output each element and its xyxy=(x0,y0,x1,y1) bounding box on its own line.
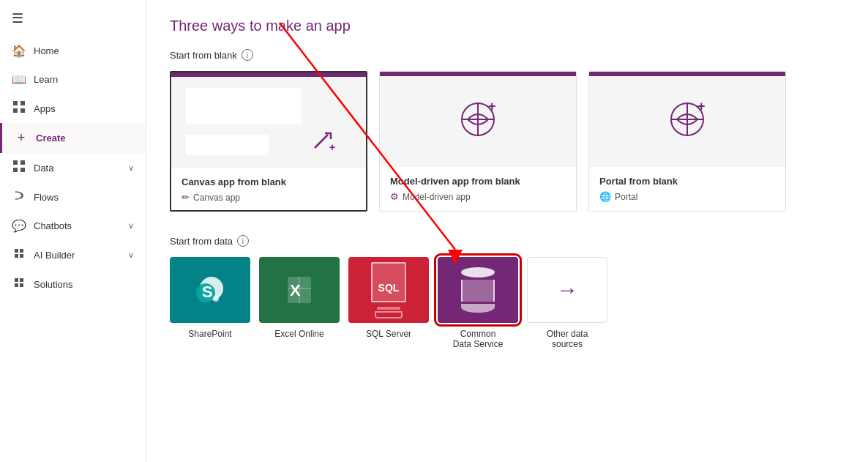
sidebar-item-flows[interactable]: Flows xyxy=(0,182,146,212)
ai-builder-icon xyxy=(12,247,26,262)
svg-rect-4 xyxy=(13,160,18,165)
section-blank-info[interactable]: i xyxy=(242,49,253,61)
data-icon xyxy=(12,160,26,175)
card-model-preview: + xyxy=(380,72,576,167)
svg-text:+: + xyxy=(697,99,706,113)
data-tile-cds[interactable]: CommonData Service xyxy=(438,257,518,349)
sidebar-item-home[interactable]: 🏠 Home xyxy=(0,37,146,65)
card-portal-preview: + xyxy=(589,72,785,167)
card-canvas-subtitle: ✏ Canvas app xyxy=(182,192,356,203)
data-tiles-row: S SharePoint X Excel On xyxy=(170,257,845,349)
solutions-icon xyxy=(12,277,26,291)
chatbots-icon: 💬 xyxy=(12,219,26,233)
card-canvas-preview: + xyxy=(171,72,366,168)
sidebar-item-chatbots[interactable]: 💬 Chatbots ∨ xyxy=(0,212,146,240)
section-data-label: Start from data xyxy=(170,236,233,247)
section-data-header: Start from data i xyxy=(170,235,845,247)
sidebar-label-solutions: Solutions xyxy=(34,279,134,290)
svg-rect-12 xyxy=(15,278,18,282)
excel-label: Excel Online xyxy=(274,329,323,339)
sidebar-label-flows: Flows xyxy=(34,192,134,203)
sidebar-item-create[interactable]: + Create xyxy=(0,123,146,153)
svg-text:+: + xyxy=(329,141,335,153)
flows-icon xyxy=(12,190,26,204)
sql-label: SQL Server xyxy=(366,329,411,339)
portal-subtitle-icon: 🌐 xyxy=(599,191,611,202)
sql-icon: SQL xyxy=(348,257,429,323)
card-model-subtitle: ⚙ Model-driven app xyxy=(390,191,566,202)
section-blank-header: Start from blank i xyxy=(170,49,845,61)
svg-rect-9 xyxy=(20,249,23,253)
sharepoint-label: SharePoint xyxy=(188,329,231,339)
svg-text:+: + xyxy=(488,99,496,113)
section-data-info[interactable]: i xyxy=(237,235,249,247)
chatbots-chevron-icon: ∨ xyxy=(128,221,134,231)
card-canvas-blank[interactable]: + Canvas app from blank ✏ Canvas app xyxy=(170,71,367,212)
svg-rect-11 xyxy=(20,254,23,258)
apps-icon xyxy=(12,101,26,116)
card-portal-title: Portal from blank xyxy=(599,176,775,187)
sharepoint-icon: S xyxy=(170,257,250,323)
main-content: Three ways to make an app Start from bla… xyxy=(146,0,868,462)
section-blank-label: Start from blank xyxy=(170,50,237,61)
svg-rect-2 xyxy=(13,108,18,113)
sidebar-label-create: Create xyxy=(36,133,134,144)
svg-rect-10 xyxy=(15,254,18,258)
annotation-container: S SharePoint X Excel On xyxy=(170,257,845,349)
svg-text:S: S xyxy=(202,283,213,301)
svg-line-16 xyxy=(315,135,328,148)
card-model-driven[interactable]: + Model-driven app from blank ⚙ Model-dr… xyxy=(379,71,577,212)
cds-label: CommonData Service xyxy=(453,329,504,349)
card-model-body: Model-driven app from blank ⚙ Model-driv… xyxy=(380,167,576,209)
sidebar-item-solutions[interactable]: Solutions xyxy=(0,269,146,299)
data-chevron-icon: ∨ xyxy=(128,163,134,173)
svg-point-31 xyxy=(213,296,219,302)
cds-icon xyxy=(438,257,518,323)
svg-rect-15 xyxy=(20,283,23,287)
svg-rect-6 xyxy=(13,168,18,172)
sidebar-label-chatbots: Chatbots xyxy=(34,220,121,231)
page-title: Three ways to make an app xyxy=(170,18,845,34)
sidebar-label-apps: Apps xyxy=(34,103,134,114)
model-subtitle-icon: ⚙ xyxy=(390,191,399,202)
data-tile-sharepoint[interactable]: S SharePoint xyxy=(170,257,250,339)
svg-rect-5 xyxy=(20,160,25,165)
card-portal[interactable]: + Portal from blank 🌐 Portal xyxy=(588,71,786,212)
sidebar-item-ai-builder[interactable]: AI Builder ∨ xyxy=(0,240,146,269)
sidebar-item-learn[interactable]: 📖 Learn xyxy=(0,65,146,94)
excel-icon: X xyxy=(259,257,340,323)
sidebar: ☰ 🏠 Home 📖 Learn Apps + Create Data ∨ Fl… xyxy=(0,0,146,462)
svg-rect-13 xyxy=(20,278,23,282)
svg-rect-7 xyxy=(20,168,25,172)
home-icon: 🏠 xyxy=(12,44,26,58)
svg-rect-14 xyxy=(15,283,18,287)
card-portal-subtitle: 🌐 Portal xyxy=(599,191,775,202)
sidebar-label-ai-builder: AI Builder xyxy=(34,250,121,261)
cards-row: + Canvas app from blank ✏ Canvas app xyxy=(170,71,845,212)
other-sources-label: Other datasources xyxy=(547,329,588,349)
sidebar-item-data[interactable]: Data ∨ xyxy=(0,153,146,182)
sidebar-item-apps[interactable]: Apps xyxy=(0,94,146,123)
svg-rect-3 xyxy=(20,108,25,113)
card-canvas-body: Canvas app from blank ✏ Canvas app xyxy=(171,168,366,210)
svg-rect-0 xyxy=(13,101,18,105)
svg-rect-8 xyxy=(15,249,18,253)
svg-rect-1 xyxy=(20,101,25,105)
ai-builder-chevron-icon: ∨ xyxy=(128,250,134,260)
data-tile-excel[interactable]: X Excel Online xyxy=(259,257,340,339)
data-tile-sql[interactable]: SQL SQL Server xyxy=(348,257,429,339)
card-portal-body: Portal from blank 🌐 Portal xyxy=(589,167,785,209)
canvas-subtitle-icon: ✏ xyxy=(182,192,190,203)
card-canvas-title: Canvas app from blank xyxy=(182,176,356,187)
create-icon: + xyxy=(14,130,29,146)
sidebar-label-data: Data xyxy=(34,163,121,174)
other-sources-box: → xyxy=(527,257,607,323)
sidebar-label-home: Home xyxy=(34,45,134,56)
sidebar-label-learn: Learn xyxy=(34,74,134,85)
card-model-title: Model-driven app from blank xyxy=(390,176,566,187)
hamburger-icon[interactable]: ☰ xyxy=(0,0,146,37)
data-tile-other[interactable]: → Other datasources xyxy=(527,257,607,349)
learn-icon: 📖 xyxy=(12,72,26,86)
